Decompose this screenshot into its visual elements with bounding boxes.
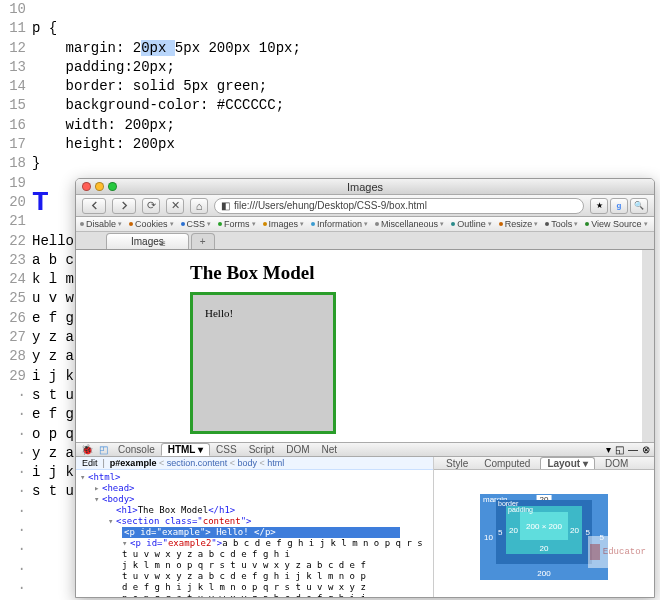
firebug-icon[interactable]: 🐞 <box>80 444 94 455</box>
page-viewport: The Box Model Hello! <box>76 250 654 444</box>
devtools-side-tabs: StyleComputedLayout ▾DOM <box>434 457 654 470</box>
breadcrumb-item[interactable]: p#example <box>110 458 157 468</box>
devbar-item[interactable]: CSS ▾ <box>181 219 212 229</box>
devtools-side-panel: StyleComputedLayout ▾DOM margin 20 10 5 … <box>434 457 654 598</box>
devbar-item[interactable]: Images ▾ <box>263 219 305 229</box>
minimize-icon[interactable] <box>95 182 104 191</box>
devtools-html-panel: Edit | p#example < section.content < bod… <box>76 457 434 598</box>
devbar-item[interactable]: Miscellaneous ▾ <box>375 219 444 229</box>
window-title: Images <box>76 181 654 193</box>
page-heading: The Box Model <box>190 262 642 284</box>
devbar-item[interactable]: View Source ▾ <box>585 219 647 229</box>
watermark: Educator <box>588 536 648 568</box>
google-button[interactable]: g <box>610 198 628 214</box>
devbar-item[interactable]: Resize ▾ <box>499 219 539 229</box>
devbar-item[interactable]: Forms ▾ <box>218 219 256 229</box>
search-button[interactable]: 🔍 <box>630 198 648 214</box>
window-titlebar[interactable]: Images <box>76 179 654 195</box>
page-icon: ◧ <box>221 200 230 211</box>
demo-box: Hello! <box>190 292 336 434</box>
devbar-item[interactable]: Tools ▾ <box>545 219 578 229</box>
selected-node[interactable]: <p id="example"> Hello! </p> <box>122 527 400 538</box>
stop-button[interactable]: ✕ <box>166 198 184 214</box>
devtools-close-icon[interactable]: ⊗ <box>642 444 650 455</box>
webdev-toolbar[interactable]: Disable ▾Cookies ▾CSS ▾Forms ▾Images ▾In… <box>76 217 654 232</box>
devtools-tab-console[interactable]: Console <box>112 443 161 456</box>
devtools-tab-css[interactable]: CSS <box>210 443 243 456</box>
browser-toolbar: ⟳ ✕ ⌂ ◧ file:///Users/ehung/Desktop/CSS-… <box>76 195 654 217</box>
devtools-minimize-icon[interactable]: — <box>628 444 638 455</box>
devtools-breadcrumb[interactable]: Edit | p#example < section.content < bod… <box>76 457 433 470</box>
devbar-item[interactable]: Outline ▾ <box>451 219 492 229</box>
side-tab-computed[interactable]: Computed <box>478 457 536 469</box>
browser-tab[interactable]: Images <box>106 233 189 249</box>
url-text: file:///Users/ehung/Desktop/CSS-9/box.ht… <box>234 200 427 211</box>
scrollbar-thumb[interactable] <box>643 252 653 282</box>
tab-strip: ≡ Images + <box>76 232 654 250</box>
devtools-panel: 🐞 ◰ ConsoleHTML ▾CSSScriptDOMNet ▾ ◱ — ⊗… <box>76 442 654 597</box>
devbar-item[interactable]: Information ▾ <box>311 219 368 229</box>
devtools-detach-icon[interactable]: ◱ <box>615 444 624 455</box>
devtools-tab-net[interactable]: Net <box>316 443 344 456</box>
devtools-tab-html[interactable]: HTML ▾ <box>161 443 210 456</box>
address-bar[interactable]: ◧ file:///Users/ehung/Desktop/CSS-9/box.… <box>214 198 584 214</box>
new-tab-button[interactable]: + <box>191 233 215 249</box>
devbar-item[interactable]: Disable ▾ <box>80 219 122 229</box>
devtools-tab-script[interactable]: Script <box>243 443 281 456</box>
dom-tree[interactable]: ▾<html> ▸<head> ▾<body> <h1>The Box Mode… <box>76 470 433 598</box>
devbar-item[interactable]: Cookies ▾ <box>129 219 174 229</box>
breadcrumb-item[interactable]: body <box>237 458 257 468</box>
tab-list-icon[interactable]: ≡ <box>160 238 166 249</box>
box-text: Hello! <box>205 307 233 319</box>
devtools-tabstrip: 🐞 ◰ ConsoleHTML ▾CSSScriptDOMNet ▾ ◱ — ⊗ <box>76 443 654 457</box>
watermark-logo-icon <box>590 544 600 560</box>
close-icon[interactable] <box>82 182 91 191</box>
devtools-options-icon[interactable]: ▾ <box>606 444 611 455</box>
bookmark-button[interactable]: ★ <box>590 198 608 214</box>
breadcrumb-item[interactable]: section.content <box>167 458 228 468</box>
browser-window: Images ⟳ ✕ ⌂ ◧ file:///Users/ehung/Deskt… <box>75 178 655 598</box>
back-button[interactable] <box>82 198 106 214</box>
side-tab-dom[interactable]: DOM <box>599 457 634 469</box>
breadcrumb-item[interactable]: html <box>267 458 284 468</box>
box-model-view[interactable]: margin 20 10 5 200 border 5 5 padding 20 <box>434 470 654 598</box>
inspect-icon[interactable]: ◰ <box>96 444 110 455</box>
forward-button[interactable] <box>112 198 136 214</box>
side-tab-layout[interactable]: Layout ▾ <box>540 457 595 469</box>
reload-button[interactable]: ⟳ <box>142 198 160 214</box>
edit-button[interactable]: Edit <box>82 458 98 468</box>
zoom-icon[interactable] <box>108 182 117 191</box>
devtools-tab-dom[interactable]: DOM <box>280 443 315 456</box>
side-tab-style[interactable]: Style <box>440 457 474 469</box>
home-button[interactable]: ⌂ <box>190 198 208 214</box>
line-gutter: 1011121314151617181920212223242526272829… <box>0 0 32 600</box>
